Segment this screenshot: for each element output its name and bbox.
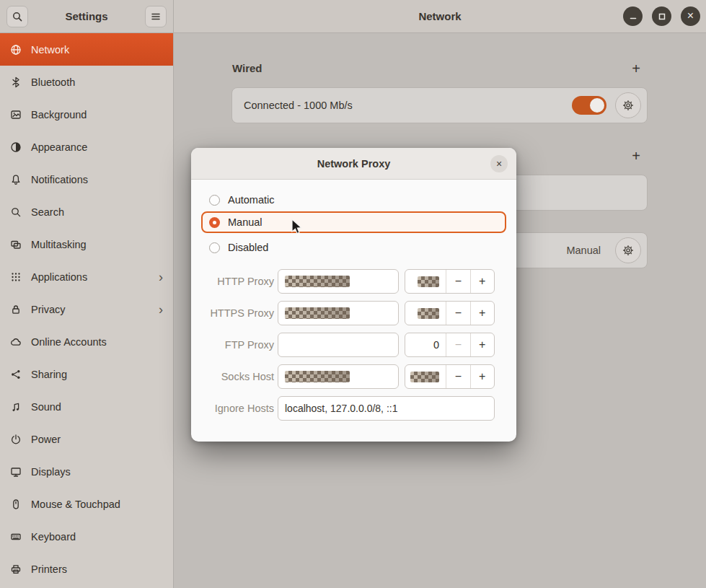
increment-button[interactable]: + (470, 333, 494, 356)
music-note-icon (10, 401, 22, 413)
keyboard-icon (10, 531, 22, 543)
chevron-right-icon: › (159, 271, 163, 284)
radio-icon (209, 195, 220, 206)
close-window-button[interactable]: × (681, 6, 700, 26)
sidebar-item-applications[interactable]: Applications › (0, 260, 173, 293)
proxy-settings-button[interactable] (615, 237, 641, 263)
socks-host-input[interactable] (278, 364, 399, 389)
chevron-right-icon: › (159, 303, 163, 316)
port-value[interactable] (405, 302, 446, 325)
sidebar-item-keyboard[interactable]: Keyboard (0, 520, 173, 553)
https-proxy-row: HTTPS Proxy − + (191, 301, 516, 325)
option-label: Manual (228, 216, 262, 228)
increment-button[interactable]: + (470, 365, 494, 388)
ftp-proxy-host-input[interactable] (278, 333, 399, 357)
sidebar-item-online-accounts[interactable]: Online Accounts (0, 325, 173, 358)
proxy-option-disabled[interactable]: Disabled (201, 237, 506, 258)
power-icon (10, 434, 22, 445)
dialog-title: Network Proxy (317, 158, 391, 170)
mouse-cursor (291, 219, 305, 237)
minimize-button[interactable] (623, 6, 643, 26)
sidebar-item-network[interactable]: Network (0, 33, 173, 66)
sidebar-item-displays[interactable]: Displays (0, 455, 173, 488)
https-proxy-port-spinner: − + (405, 301, 495, 325)
maximize-button[interactable] (652, 6, 671, 26)
option-label: Disabled (228, 242, 268, 253)
sidebar-item-label: Bluetooth (31, 76, 75, 88)
background-icon (10, 109, 22, 120)
sidebar-item-notifications[interactable]: Notifications (0, 163, 173, 196)
socks-host-row: Socks Host − + (191, 364, 516, 389)
decrement-button[interactable]: − (446, 302, 469, 325)
sidebar-item-label: Background (31, 109, 87, 120)
sidebar-item-label: Search (31, 206, 64, 218)
https-proxy-label: HTTPS Proxy (191, 307, 274, 319)
sidebar-item-label: Privacy (31, 304, 66, 315)
sidebar-item-label: Multitasking (31, 239, 87, 250)
search-icon (10, 206, 22, 218)
port-value[interactable] (405, 270, 446, 293)
printer-icon (10, 563, 22, 575)
increment-button[interactable]: + (470, 270, 494, 293)
ftp-proxy-port-spinner: 0 − + (405, 333, 495, 357)
port-value[interactable]: 0 (405, 333, 446, 356)
https-proxy-host-input[interactable] (278, 301, 399, 325)
display-icon (10, 466, 22, 478)
sidebar-item-label: Appearance (31, 141, 87, 153)
decrement-button[interactable]: − (446, 365, 469, 388)
port-value[interactable] (405, 365, 446, 388)
menu-button[interactable] (145, 6, 167, 27)
gear-icon (622, 245, 634, 256)
sidebar-item-label: Displays (31, 466, 71, 478)
ignore-hosts-input[interactable] (278, 396, 495, 421)
sidebar-item-label: Keyboard (31, 531, 76, 543)
gear-icon (622, 100, 634, 111)
ftp-proxy-row: FTP Proxy 0 − + (191, 333, 516, 357)
sidebar-item-search[interactable]: Search (0, 196, 173, 228)
radio-icon (209, 242, 220, 253)
http-proxy-row: HTTP Proxy − + (191, 269, 516, 294)
cloud-icon (10, 336, 22, 348)
search-icon (12, 11, 23, 22)
wired-toggle[interactable] (572, 96, 606, 115)
sidebar-item-label: Sound (31, 401, 61, 413)
add-wired-button[interactable]: + (628, 61, 644, 76)
socks-port-spinner: − + (405, 364, 495, 389)
http-proxy-host-input[interactable] (278, 269, 399, 294)
sidebar-item-power[interactable]: Power (0, 423, 173, 455)
redacted-port-value (418, 276, 439, 287)
maximize-icon (656, 11, 668, 22)
add-vpn-button[interactable]: + (628, 148, 644, 164)
sidebar-item-sound[interactable]: Sound (0, 390, 173, 423)
search-button[interactable] (6, 6, 28, 27)
sidebar-item-label: Network (31, 44, 69, 56)
dialog-header: Network Proxy × (191, 148, 516, 180)
sidebar-item-label: Notifications (31, 174, 88, 185)
sidebar-item-sharing[interactable]: Sharing (0, 358, 173, 390)
bell-icon (10, 174, 22, 185)
wired-section-title: Wired (232, 62, 262, 74)
proxy-option-manual[interactable]: Manual (201, 211, 506, 233)
redacted-port-value (418, 308, 439, 319)
redacted-host-value (285, 371, 350, 382)
sidebar-item-appearance[interactable]: Appearance (0, 131, 173, 163)
decrement-button[interactable]: − (446, 270, 469, 293)
increment-button[interactable]: + (470, 302, 494, 325)
sidebar-item-multitasking[interactable]: Multitasking (0, 228, 173, 260)
sidebar-item-privacy[interactable]: Privacy › (0, 293, 173, 325)
sidebar-item-label: Applications (31, 271, 87, 283)
network-proxy-dialog: Network Proxy × Automatic Manual Disable… (191, 148, 516, 442)
sidebar-item-mouse-touchpad[interactable]: Mouse & Touchpad (0, 488, 173, 520)
sidebar-item-printers[interactable]: Printers (0, 553, 173, 585)
wired-status: Connected - 1000 Mb/s (244, 100, 563, 111)
sidebar-item-bluetooth[interactable]: Bluetooth (0, 66, 173, 98)
close-dialog-button[interactable]: × (490, 155, 508, 172)
sidebar-item-background[interactable]: Background (0, 98, 173, 131)
decrement-button[interactable]: − (446, 333, 469, 356)
proxy-option-automatic[interactable]: Automatic (201, 190, 506, 210)
toggle-knob (590, 98, 604, 113)
sidebar-item-label: Sharing (31, 369, 67, 380)
settings-window: Settings Network × Network Bluetooth (0, 0, 706, 588)
wired-settings-button[interactable] (615, 92, 641, 118)
appearance-icon (10, 141, 22, 153)
